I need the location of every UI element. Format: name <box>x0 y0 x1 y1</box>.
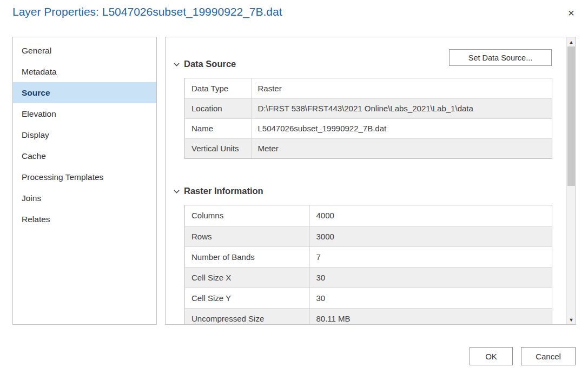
chevron-down-icon <box>174 63 180 66</box>
row-value: 80.11 MB <box>309 308 552 324</box>
data-source-table: Data Type Raster Location D:\FRST 538\FR… <box>184 78 552 159</box>
layer-properties-dialog: Layer Properties: L5047026subset_1999092… <box>0 0 588 374</box>
source-panel-scroll-area: Set Data Source... Data Source Data Type… <box>166 37 566 324</box>
row-value: 4000 <box>309 205 552 226</box>
table-row: Name L5047026subset_19990922_7B.dat <box>185 118 552 138</box>
row-value: 7 <box>309 246 552 267</box>
row-label: Vertical Units <box>185 138 251 158</box>
ok-button[interactable]: OK <box>470 347 513 365</box>
row-value: Raster <box>251 78 552 98</box>
sidebar-item-cache[interactable]: Cache <box>13 145 156 166</box>
row-value: 30 <box>309 267 552 288</box>
chevron-down-icon <box>174 190 180 193</box>
table-row: Columns 4000 <box>185 205 552 226</box>
row-value: 30 <box>309 288 552 308</box>
close-icon: × <box>568 6 574 19</box>
table-row: Vertical Units Meter <box>185 138 552 158</box>
sidebar-item-metadata[interactable]: Metadata <box>13 61 156 82</box>
row-label: Data Type <box>185 78 251 98</box>
table-row: Cell Size X 30 <box>185 267 552 288</box>
close-button[interactable]: × <box>562 4 580 22</box>
table-row: Number of Bands 7 <box>185 246 552 267</box>
properties-nav-list: General Metadata Source Elevation Displa… <box>12 37 157 325</box>
section-title: Raster Information <box>184 186 263 196</box>
row-value: D:\FRST 538\FRST443\2021 Online\Labs_202… <box>251 98 552 118</box>
section-header-raster-information[interactable]: Raster Information <box>174 186 552 196</box>
row-label: Cell Size Y <box>185 288 309 308</box>
sidebar-item-display[interactable]: Display <box>13 124 156 145</box>
row-label: Name <box>185 118 251 138</box>
row-label: Location <box>185 98 251 118</box>
row-label: Columns <box>185 205 309 226</box>
raster-information-table: Columns 4000 Rows 3000 Number of Bands 7… <box>184 205 552 324</box>
row-label: Uncompressed Size <box>185 308 309 324</box>
vertical-scrollbar[interactable]: ▲ ▼ <box>566 37 576 324</box>
dialog-title: Layer Properties: L5047026subset_1999092… <box>12 5 282 18</box>
row-value: L5047026subset_19990922_7B.dat <box>251 118 552 138</box>
row-value: Meter <box>251 138 552 158</box>
table-row: Uncompressed Size 80.11 MB <box>185 308 552 324</box>
sidebar-item-relates[interactable]: Relates <box>13 209 156 230</box>
section-title: Data Source <box>184 59 236 69</box>
sidebar-item-processing-templates[interactable]: Processing Templates <box>13 166 156 188</box>
cancel-button[interactable]: Cancel <box>521 347 576 365</box>
row-value: 3000 <box>309 226 552 246</box>
table-row: Location D:\FRST 538\FRST443\2021 Online… <box>185 98 552 118</box>
sidebar-item-elevation[interactable]: Elevation <box>13 103 156 124</box>
sidebar-item-source[interactable]: Source <box>13 82 156 103</box>
row-label: Rows <box>185 226 309 246</box>
dialog-footer: OK Cancel <box>470 347 576 365</box>
table-row: Cell Size Y 30 <box>185 288 552 308</box>
sidebar-item-general[interactable]: General <box>13 40 156 61</box>
sidebar-item-joins[interactable]: Joins <box>13 188 156 209</box>
row-label: Number of Bands <box>185 246 309 267</box>
scrollbar-thumb[interactable] <box>567 46 575 186</box>
row-label: Cell Size X <box>185 267 309 288</box>
source-panel: Set Data Source... Data Source Data Type… <box>165 37 576 325</box>
table-row: Data Type Raster <box>185 78 552 98</box>
scroll-down-icon[interactable]: ▼ <box>567 315 576 324</box>
set-data-source-button[interactable]: Set Data Source... <box>449 49 552 66</box>
table-row: Rows 3000 <box>185 226 552 246</box>
scroll-up-icon[interactable]: ▲ <box>567 37 576 46</box>
